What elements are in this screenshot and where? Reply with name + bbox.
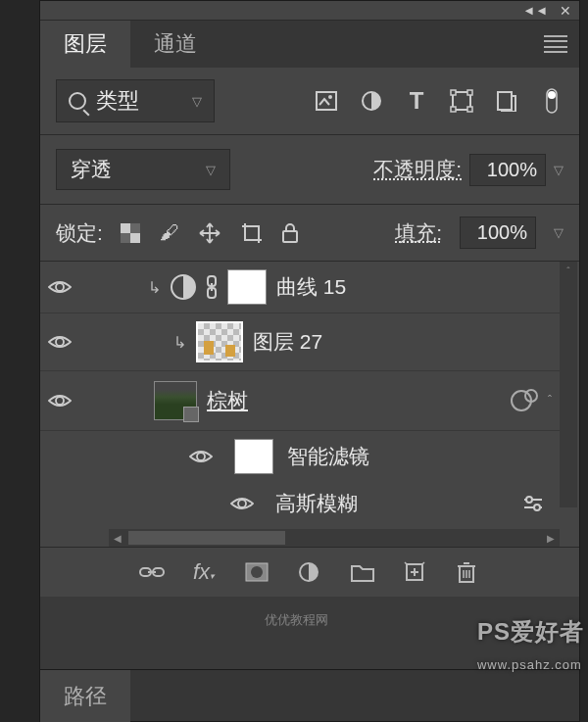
delete-layer-icon[interactable] — [457, 560, 480, 584]
scrollbar-horizontal[interactable]: ◀ ▶ — [109, 529, 560, 547]
blend-row: 穿透 ▽ 不透明度: 100% ▽ — [40, 135, 579, 204]
scroll-up-icon[interactable]: ˆ — [560, 262, 577, 281]
layer-row-palm[interactable]: 棕树 ˆ — [40, 371, 560, 431]
chevron-down-icon: ▽ — [192, 94, 202, 109]
link-icon[interactable] — [206, 275, 218, 299]
menu-icon[interactable] — [544, 35, 567, 53]
expand-icon[interactable]: ˆ — [548, 394, 552, 408]
lock-artboard-icon[interactable] — [240, 222, 262, 244]
svg-point-27 — [197, 453, 205, 460]
svg-rect-8 — [498, 92, 512, 110]
layer-name: 图层 27 — [253, 328, 322, 356]
layers-panel: ◄◄ ✕ 图层 通道 类型 ▽ T — [39, 0, 580, 705]
scroll-right-icon[interactable]: ▶ — [542, 529, 560, 547]
layer-thumb[interactable] — [196, 321, 243, 362]
scroll-left-icon[interactable]: ◀ — [109, 529, 126, 547]
scrollbar-vertical[interactable]: ˆ — [560, 262, 577, 507]
scroll-thumb[interactable] — [128, 531, 285, 545]
visibility-icon[interactable] — [230, 496, 262, 511]
svg-rect-4 — [451, 90, 456, 95]
opacity-value[interactable]: 100% — [469, 154, 546, 186]
filter-name: 高斯模糊 — [275, 490, 358, 517]
chevron-down-icon[interactable]: ▽ — [554, 163, 564, 177]
svg-rect-6 — [451, 107, 456, 112]
watermark-secondary: 优优教程网 — [265, 611, 328, 629]
svg-point-37 — [251, 566, 263, 578]
svg-rect-12 — [130, 233, 140, 243]
svg-rect-20 — [283, 231, 297, 242]
filter-type-label: 类型 — [96, 86, 182, 116]
filter-smartobject-icon[interactable] — [495, 89, 518, 113]
svg-rect-11 — [121, 223, 130, 233]
visibility-icon[interactable] — [48, 393, 79, 409]
lock-image-icon[interactable]: 🖌 — [160, 221, 179, 244]
add-mask-icon[interactable] — [245, 562, 269, 582]
layer-name: 曲线 15 — [276, 273, 346, 301]
lock-label: 锁定: — [56, 219, 103, 247]
new-group-icon[interactable] — [351, 562, 374, 582]
visibility-icon[interactable] — [48, 334, 79, 350]
filter-icons: T — [315, 89, 564, 113]
panel-tabs: 图层 通道 — [40, 21, 579, 68]
tab-layers[interactable]: 图层 — [40, 21, 130, 68]
layer-name: 棕树 — [207, 387, 248, 414]
svg-rect-15 — [245, 226, 259, 240]
blend-mode-dropdown[interactable]: 穿透 ▽ — [56, 149, 230, 190]
layer-style-icon[interactable]: fx▾ — [192, 559, 216, 585]
adjustment-thumb-icon — [171, 274, 196, 300]
filter-type-dropdown[interactable]: 类型 ▽ — [56, 79, 215, 122]
lock-row: 锁定: 🖌 填充: 100% ▽ — [40, 205, 579, 261]
filter-adjustment-icon[interactable] — [360, 89, 383, 113]
filter-options-icon[interactable] — [522, 496, 544, 511]
tab-paths[interactable]: 路径 — [40, 670, 130, 722]
paths-panel: 路径 — [39, 669, 580, 722]
clip-arrow-icon: ↳ — [173, 333, 186, 352]
svg-point-21 — [56, 283, 64, 291]
new-layer-icon[interactable] — [404, 561, 427, 583]
svg-rect-5 — [467, 90, 472, 95]
svg-point-28 — [238, 500, 246, 507]
smart-filters-row[interactable]: 智能滤镜 — [40, 431, 560, 482]
lock-position-icon[interactable] — [199, 222, 220, 244]
visibility-icon[interactable] — [189, 449, 220, 464]
panel-top-bar: ◄◄ ✕ — [40, 1, 579, 21]
lock-transparency-icon[interactable] — [121, 223, 140, 243]
svg-point-1 — [328, 95, 332, 99]
chevron-down-icon: ▽ — [206, 163, 216, 177]
opacity-label[interactable]: 不透明度: — [373, 156, 462, 183]
smart-object-badge-icon — [183, 407, 199, 422]
svg-rect-7 — [467, 107, 472, 112]
tab-channels[interactable]: 通道 — [130, 21, 220, 68]
gaussian-blur-row[interactable]: 高斯模糊 — [40, 482, 560, 525]
filter-toggle-switch[interactable] — [540, 89, 564, 113]
svg-point-32 — [534, 505, 540, 510]
watermark: PS爱好者 www.psahz.com — [477, 616, 584, 675]
layer-row-curves[interactable]: ↳ 曲线 15 — [40, 262, 560, 313]
filter-shape-icon[interactable] — [450, 89, 473, 113]
adjustment-layer-icon[interactable] — [298, 561, 321, 583]
filter-pixel-icon[interactable] — [315, 89, 338, 113]
layers-list: ˆ ↳ 曲线 15 ↳ — [40, 262, 579, 547]
lock-all-icon[interactable] — [281, 222, 299, 244]
smart-filters-label: 智能滤镜 — [287, 443, 369, 470]
fill-value[interactable]: 100% — [460, 217, 536, 249]
close-icon[interactable]: ✕ — [560, 3, 571, 19]
chevron-down-icon[interactable]: ▽ — [554, 225, 564, 240]
svg-point-25 — [56, 338, 64, 346]
fill-label[interactable]: 填充: — [395, 219, 442, 247]
filter-text-icon[interactable]: T — [405, 89, 428, 113]
layer-mask-thumb[interactable] — [227, 269, 267, 305]
blend-mode-value: 穿透 — [71, 156, 112, 183]
svg-rect-13 — [130, 223, 140, 233]
collapse-icon[interactable]: ◄◄ — [522, 3, 548, 18]
clip-arrow-icon: ↳ — [148, 278, 161, 297]
visibility-icon[interactable] — [48, 279, 79, 295]
smart-filter-blend-icon[interactable] — [511, 390, 532, 411]
lock-icons: 🖌 — [121, 221, 299, 244]
filter-mask-thumb[interactable] — [234, 439, 273, 474]
link-layers-icon[interactable] — [139, 565, 163, 579]
layer-row-27[interactable]: ↳ 图层 27 — [40, 313, 560, 371]
filter-row: 类型 ▽ T — [40, 68, 579, 134]
search-icon — [69, 92, 86, 110]
bottom-toolbar: fx▾ — [40, 547, 579, 597]
